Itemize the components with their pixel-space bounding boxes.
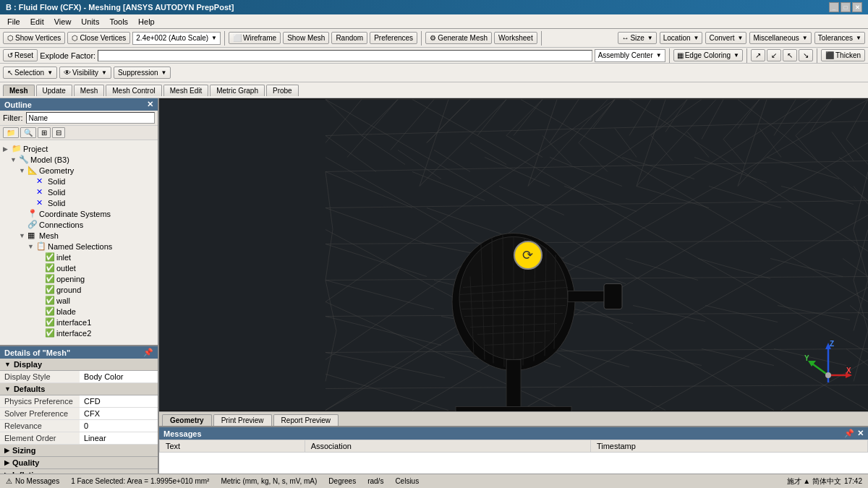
tab-mesh-edit[interactable]: Mesh Edit [163, 85, 208, 96]
quality-label: Quality [12, 458, 39, 467]
tree-coord-sys[interactable]: 📍 Coordinate Systems [1, 208, 156, 219]
expand-geometry[interactable]: ▼ [19, 167, 27, 174]
random-button[interactable]: Random [331, 32, 367, 44]
tree-project[interactable]: ▶ 📁 Project [1, 143, 156, 154]
svg-text:Y: Y [804, 354, 809, 362]
col-timestamp: Timestamp [590, 440, 867, 453]
visibility-button[interactable]: 👁 Visibility ▼ [59, 67, 111, 79]
arrow-icon: ↔ [621, 34, 629, 42]
tree-ground[interactable]: ✅ ground [1, 284, 156, 295]
display-section[interactable]: ▼ Display [0, 359, 158, 371]
generate-mesh-button[interactable]: ⚙ Generate Mesh [425, 32, 492, 44]
worksheet-button[interactable]: Worksheet [494, 32, 537, 44]
solver-value[interactable]: CFX [80, 408, 158, 420]
preferences-button[interactable]: Preferences [370, 32, 417, 44]
details-pin-icon[interactable]: 📌 [143, 348, 153, 357]
tolerances-dropdown[interactable]: Tolerances ▼ [814, 32, 865, 44]
solid2-icon: ✕ [36, 187, 46, 197]
tree-solid-3[interactable]: ✕ Solid [1, 197, 156, 208]
menu-tools[interactable]: Tools [105, 16, 132, 27]
menu-help[interactable]: Help [134, 16, 159, 27]
outline-btn-2[interactable]: 🔍 [20, 127, 36, 138]
tree-solid-1[interactable]: ✕ Solid [1, 176, 156, 187]
location-dropdown[interactable]: Location ▼ [660, 32, 703, 44]
outline-btn-4[interactable]: ⊟ [52, 127, 65, 138]
menu-units[interactable]: Units [77, 16, 103, 27]
element-value[interactable]: Linear [80, 432, 158, 445]
tab-mesh[interactable]: Mesh [3, 85, 35, 96]
tab-metric-graph[interactable]: Metric Graph [210, 85, 265, 96]
size-dropdown[interactable]: ↔ Size ▼ [618, 32, 656, 44]
tab-update[interactable]: Update [36, 85, 72, 96]
close-button[interactable]: ✕ [852, 2, 862, 12]
tree-model[interactable]: ▼ 🔧 Model (B3) [1, 154, 156, 165]
explode-factor-input[interactable] [98, 50, 592, 61]
eye-icon: 👁 [64, 69, 71, 77]
arrow-btn-1[interactable]: ↗ [751, 49, 765, 61]
suppression-button[interactable]: Suppression ▼ [114, 67, 171, 79]
thicken-button[interactable]: ⬛ Thicken [821, 49, 865, 61]
messages-pin-icon[interactable]: 📌 [844, 429, 854, 438]
expand-project[interactable]: ▶ [3, 145, 12, 153]
messages-close-icon[interactable]: ✕ [857, 429, 864, 438]
tree-blade[interactable]: ✅ blade [1, 306, 156, 317]
expand-model[interactable]: ▼ [10, 156, 19, 163]
menu-file[interactable]: File [3, 16, 25, 27]
viewport[interactable]: 5e+004 (mm) 1.25e+1 00 ⟳ Z [159, 98, 868, 411]
app-title: B : Fluid Flow (CFX) - Meshing [ANSYS AU… [6, 3, 234, 12]
status-bar: ⚠ No Messages 1 Face Selected: Area = 1.… [0, 474, 868, 488]
tree-interface1[interactable]: ✅ interface1 [1, 317, 156, 328]
tree-opening[interactable]: ✅ opening [1, 273, 156, 284]
edge-coloring-dropdown[interactable]: ▦ Edge Coloring ▼ [673, 49, 743, 61]
arrow-btn-3[interactable]: ↖ [783, 49, 797, 61]
outline-btn-3[interactable]: ⊞ [38, 127, 51, 138]
close-vertices-button[interactable]: ⬡ Close Vertices [67, 32, 130, 44]
defaults-section-label: Defaults [14, 385, 45, 393]
filter-input[interactable] [26, 112, 156, 124]
expand-mesh[interactable]: ▼ [19, 232, 27, 239]
defaults-section[interactable]: ▼ Defaults [0, 383, 158, 395]
maximize-button[interactable]: □ [841, 2, 851, 12]
tree-solid-2[interactable]: ✕ Solid [1, 187, 156, 197]
geom-tab-print[interactable]: Print Preview [213, 414, 272, 426]
minimize-button[interactable]: _ [829, 2, 839, 12]
geom-tab-report[interactable]: Report Preview [273, 414, 339, 426]
tree-mesh[interactable]: ▼ ▦ Mesh [1, 230, 156, 241]
physics-value[interactable]: CFD [80, 395, 158, 408]
geom-tab-geometry[interactable]: Geometry [162, 414, 212, 426]
tree-inlet[interactable]: ✅ inlet [1, 252, 156, 262]
scale-dropdown[interactable]: 2.4e+002 (Auto Scale) ▼ [132, 32, 221, 45]
blade-label: blade [56, 307, 76, 316]
menu-view[interactable]: View [50, 16, 76, 27]
outline-close-icon[interactable]: ✕ [147, 100, 153, 109]
tree-named-selections[interactable]: ▼ 📋 Named Selections [1, 241, 156, 252]
tab-mesh2[interactable]: Mesh [74, 85, 104, 96]
detail-value[interactable]: Body Color [80, 371, 158, 383]
assembly-center-dropdown[interactable]: Assembly Center ▼ [595, 49, 665, 62]
convert-dropdown[interactable]: Convert ▼ [705, 32, 746, 44]
ground-label: ground [56, 286, 81, 294]
outline-btn-1[interactable]: 📁 [3, 127, 19, 138]
show-mesh-button[interactable]: Show Mesh [283, 32, 329, 44]
expand-named-sel[interactable]: ▼ [27, 243, 36, 250]
sizing-section[interactable]: ▶ Sizing [0, 445, 158, 457]
tree-geometry[interactable]: ▼ 📐 Geometry [1, 165, 156, 176]
quality-section[interactable]: ▶ Quality [0, 457, 158, 469]
tree-connections[interactable]: 🔗 Connections [1, 219, 156, 230]
tree-outlet[interactable]: ✅ outlet [1, 262, 156, 273]
arrow-btn-4[interactable]: ↘ [799, 49, 813, 61]
selection-button[interactable]: ↖ Selection ▼ [3, 67, 57, 79]
misc-dropdown[interactable]: Miscellaneous ▼ [749, 32, 811, 44]
tree-wall[interactable]: ✅ wall [1, 295, 156, 306]
svg-rect-167 [604, 284, 622, 309]
arrow-btn-2[interactable]: ↙ [767, 49, 781, 61]
menu-edit[interactable]: Edit [26, 16, 48, 27]
relevance-value[interactable]: 0 [80, 420, 158, 432]
tree-interface2[interactable]: ✅ interface2 [1, 328, 156, 338]
tab-mesh-control[interactable]: Mesh Control [106, 85, 161, 96]
reset-button[interactable]: ↺ Reset [3, 49, 38, 61]
wireframe-button[interactable]: ⬜ Wireframe [229, 32, 281, 44]
geometry-icon: 📐 [27, 166, 38, 175]
tab-probe[interactable]: Probe [266, 85, 299, 96]
show-vertices-button[interactable]: ⬡ Show Vertices [3, 32, 65, 44]
